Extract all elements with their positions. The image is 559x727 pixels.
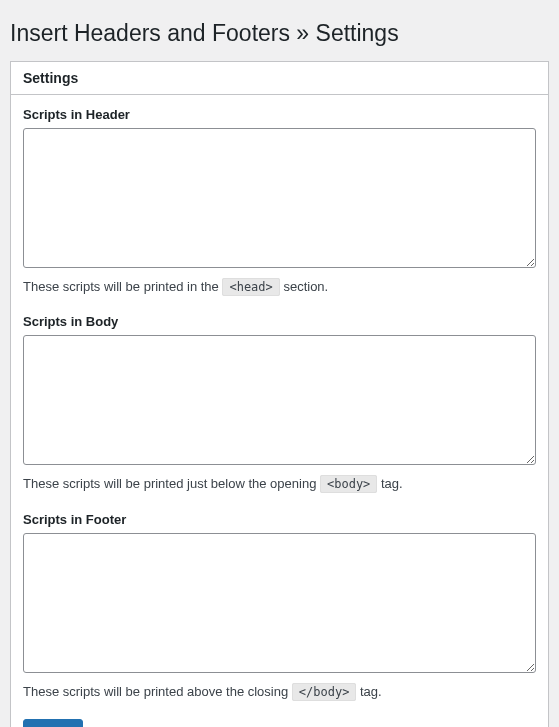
- scripts-header-label: Scripts in Header: [23, 107, 536, 122]
- desc-text: section.: [280, 279, 328, 294]
- field-header-group: Scripts in Header These scripts will be …: [23, 107, 536, 297]
- page-title: Insert Headers and Footers » Settings: [10, 10, 549, 61]
- scripts-body-description: These scripts will be printed just below…: [23, 474, 536, 494]
- body-tag-code: <body>: [320, 475, 377, 493]
- scripts-body-textarea[interactable]: [23, 335, 536, 465]
- desc-text: These scripts will be printed just below…: [23, 476, 320, 491]
- desc-text: These scripts will be printed in the: [23, 279, 222, 294]
- desc-text: tag.: [356, 684, 381, 699]
- scripts-header-description: These scripts will be printed in the <he…: [23, 277, 536, 297]
- scripts-footer-textarea[interactable]: [23, 533, 536, 673]
- scripts-header-textarea[interactable]: [23, 128, 536, 268]
- field-body-group: Scripts in Body These scripts will be pr…: [23, 314, 536, 494]
- settings-panel-body: Scripts in Header These scripts will be …: [11, 95, 548, 727]
- body-close-tag-code: </body>: [292, 683, 357, 701]
- submit-row: Save: [23, 719, 536, 727]
- scripts-footer-description: These scripts will be printed above the …: [23, 682, 536, 702]
- scripts-body-label: Scripts in Body: [23, 314, 536, 329]
- desc-text: These scripts will be printed above the …: [23, 684, 292, 699]
- desc-text: tag.: [377, 476, 402, 491]
- head-tag-code: <head>: [222, 278, 279, 296]
- settings-heading: Settings: [23, 70, 536, 86]
- settings-panel: Settings Scripts in Header These scripts…: [10, 61, 549, 727]
- save-button[interactable]: Save: [23, 719, 83, 727]
- settings-panel-header: Settings: [11, 62, 548, 95]
- field-footer-group: Scripts in Footer These scripts will be …: [23, 512, 536, 702]
- scripts-footer-label: Scripts in Footer: [23, 512, 536, 527]
